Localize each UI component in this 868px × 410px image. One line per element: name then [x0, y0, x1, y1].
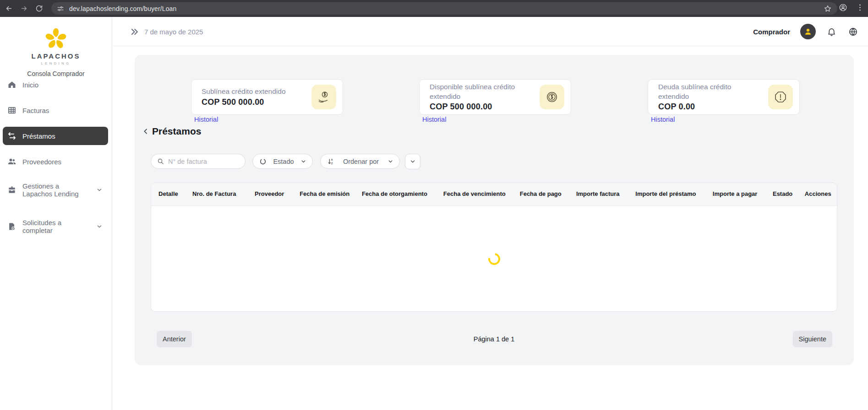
bookmark-star-icon[interactable] — [824, 5, 832, 13]
historial-link[interactable]: Historial — [651, 116, 675, 123]
url-text[interactable]: dev.lapachoslending.com/buyer/Loan — [69, 5, 824, 12]
card-value: COP 500 000.00 — [202, 97, 308, 107]
browser-menu-icon[interactable] — [856, 3, 864, 12]
column-header: Importe a pagar — [704, 191, 766, 197]
caret-down-icon — [388, 158, 393, 164]
sidebar-item-label: Facturas — [22, 107, 49, 114]
sidebar-item-label: Inicio — [22, 81, 38, 89]
document-check-icon — [7, 222, 16, 231]
brand-name: LAPACHOS — [31, 52, 80, 60]
ordenar-label: Ordenar por — [343, 158, 379, 165]
browser-reload-button[interactable] — [34, 3, 44, 13]
back-chevron-icon[interactable] — [142, 128, 149, 135]
sidebar-item-solicitudes[interactable]: Solicitudes a completar — [3, 215, 108, 238]
home-icon — [7, 80, 16, 89]
table-body — [151, 206, 837, 312]
search-icon — [157, 158, 164, 165]
loans-table: Detalle Nro. de Factura Proveedor Fecha … — [151, 183, 837, 312]
column-header: Fecha de pago — [513, 191, 568, 197]
swap-arrows-icon — [7, 131, 16, 140]
lapachos-flower-icon — [42, 27, 70, 50]
column-header: Fecha de otorgamiento — [354, 191, 436, 197]
table-header-row: Detalle Nro. de Factura Proveedor Fecha … — [151, 183, 837, 206]
column-header: Nro. de Factura — [186, 191, 243, 197]
search-input[interactable] — [168, 158, 240, 165]
main-panel: Sublínea crédito extendido COP 500 000.0… — [135, 55, 854, 365]
logo: LAPACHOS LENDING Consola Comprador — [0, 17, 112, 77]
card-sublinea-credito: Sublínea crédito extendido COP 500 000.0… — [191, 79, 343, 115]
sidebar-item-label: Solicitudes a completar — [22, 219, 87, 235]
sidebar-item-gestiones[interactable]: Gestiones a Lapachos Lending — [3, 178, 108, 202]
sidebar-item-label: Gestiones a Lapachos Lending — [22, 182, 87, 198]
card-title: Disponible sublínea crédito extendido — [430, 82, 519, 101]
column-header: Fecha de emisión — [296, 191, 354, 197]
card-deuda-sublinea: Deuda sublínea crédito extendido COP 0.0… — [648, 79, 800, 115]
browser-back-button[interactable] — [4, 3, 14, 13]
bell-icon[interactable] — [827, 27, 836, 37]
sort-az-icon: AZ — [327, 158, 334, 165]
alert-octagon-icon — [768, 85, 793, 109]
sidebar-nav: Inicio Facturas Préstamos Proveedores Ge… — [0, 76, 112, 251]
card-disponible-sublinea: Disponible sublínea crédito extendido CO… — [419, 79, 571, 115]
historial-link[interactable]: Historial — [194, 116, 218, 123]
address-bar[interactable]: dev.lapachoslending.com/buyer/Loan — [51, 2, 837, 15]
estado-dropdown[interactable]: Estado — [252, 154, 313, 169]
browser-profile-icon[interactable] — [839, 3, 847, 12]
status-circle-icon — [259, 158, 267, 165]
column-header: Importe del préstamo — [628, 191, 704, 197]
user-role-label: Comprador — [753, 28, 790, 36]
loading-spinner — [486, 250, 502, 267]
person-icon — [803, 27, 813, 36]
grid-icon — [7, 106, 16, 115]
brand-subtitle: LENDING — [41, 61, 71, 65]
svg-text:A: A — [331, 158, 333, 161]
sidebar-item-inicio[interactable]: Inicio — [3, 76, 108, 94]
column-header: Acciones — [799, 191, 837, 197]
column-header: Detalle — [151, 191, 186, 197]
sidebar-item-facturas[interactable]: Facturas — [3, 101, 108, 119]
expand-filters-button[interactable] — [405, 154, 420, 169]
hand-coin-icon — [311, 85, 336, 109]
browser-chrome: dev.lapachoslending.com/buyer/Loan — [0, 0, 868, 17]
site-settings-icon[interactable] — [57, 5, 64, 12]
card-value: COP 0.00 — [658, 102, 764, 112]
svg-text:Z: Z — [331, 162, 333, 165]
topbar: 7 de mayo de 2025 Comprador — [113, 17, 868, 46]
chevron-down-icon — [96, 223, 103, 230]
briefcase-icon — [7, 185, 16, 194]
people-icon — [7, 157, 16, 166]
page-info: Página 1 de 1 — [151, 331, 837, 347]
sidebar-item-label: Proveedores — [22, 158, 61, 166]
caret-down-icon — [300, 158, 306, 164]
estado-label: Estado — [273, 158, 294, 165]
next-page-button[interactable]: Siguiente — [793, 331, 832, 347]
sidebar-item-proveedores[interactable]: Proveedores — [3, 152, 108, 171]
avatar[interactable] — [800, 24, 816, 39]
page-title: Préstamos — [152, 126, 201, 137]
invoice-search[interactable] — [151, 154, 246, 169]
column-header: Proveedor — [243, 191, 296, 197]
chevron-down-icon — [96, 187, 103, 193]
card-title: Deuda sublínea crédito extendido — [658, 82, 748, 101]
ordenar-dropdown[interactable]: AZ Ordenar por — [320, 154, 400, 169]
sidebar-item-label: Préstamos — [22, 132, 55, 140]
historial-link[interactable]: Historial — [422, 116, 446, 123]
card-value: COP 500 000.00 — [430, 102, 536, 112]
column-header: Estado — [766, 191, 799, 197]
sidebar-item-prestamos[interactable]: Préstamos — [3, 127, 108, 145]
column-header: Importe factura — [568, 191, 628, 197]
coins-icon — [540, 85, 564, 109]
current-date: 7 de mayo de 2025 — [144, 28, 203, 36]
chevron-down-icon — [409, 158, 416, 165]
column-header: Fecha de vencimiento — [436, 191, 513, 197]
globe-icon[interactable] — [848, 27, 858, 37]
collapse-sidebar-icon[interactable] — [130, 27, 139, 36]
pagination: Anterior Página 1 de 1 Siguiente — [151, 331, 837, 347]
browser-forward-button[interactable] — [19, 3, 29, 13]
card-title: Sublínea crédito extendido — [202, 87, 291, 96]
sidebar: LAPACHOS LENDING Consola Comprador Inici… — [0, 17, 112, 410]
